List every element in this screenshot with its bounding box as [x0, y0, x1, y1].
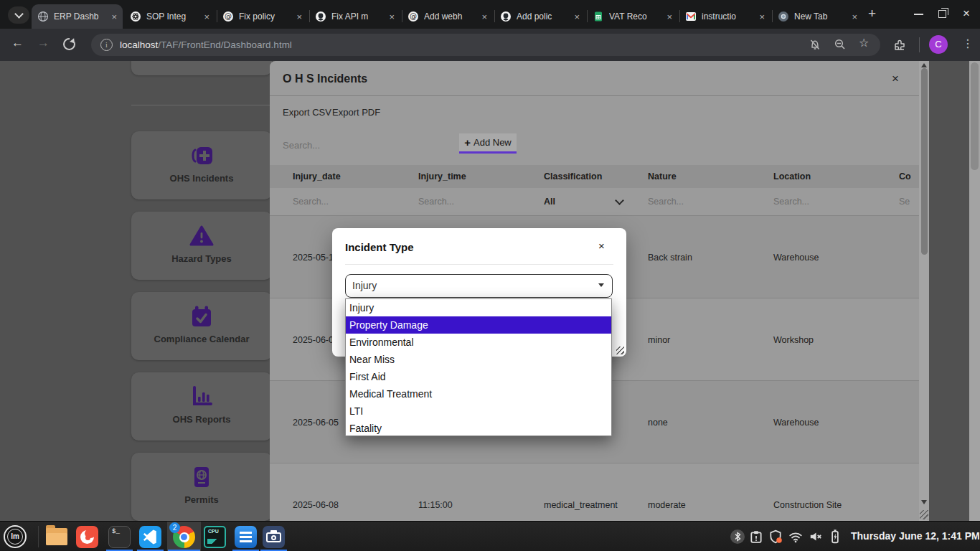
modal-scrollbar[interactable] [919, 61, 929, 521]
filter-input[interactable]: Search... [418, 188, 454, 215]
tab-close-icon[interactable]: × [574, 11, 580, 22]
card-hazard-types[interactable]: Hazard Types [131, 212, 272, 280]
dropdown-option[interactable]: Injury [346, 299, 611, 316]
tab-add-policy[interactable]: Add polic × [494, 4, 585, 29]
page-scrollbar-thumb[interactable] [971, 62, 979, 170]
add-new-button[interactable]: + Add New [459, 133, 517, 154]
profile-avatar[interactable]: C [929, 35, 948, 54]
tab-close-icon[interactable]: × [852, 11, 857, 22]
system-monitor-app-icon[interactable]: CPU [204, 526, 226, 548]
tab-fix-api[interactable]: Fix API m × [309, 4, 400, 29]
table-row[interactable]: 2025-06-08 11:15:00 medical_treatment mo… [270, 463, 919, 521]
tab-divider [402, 10, 402, 22]
incident-type-select[interactable]: Injury [345, 274, 613, 298]
tab-fix-policy[interactable]: @ Fix policy × [217, 4, 308, 29]
filter-select[interactable]: All [544, 188, 555, 215]
modal-close-icon[interactable]: × [892, 72, 899, 86]
tab-label: SOP Integ [146, 11, 201, 22]
mint-menu-button[interactable]: lm [4, 525, 27, 548]
tab-erp-dashboard[interactable]: ERP Dashb × [32, 4, 123, 29]
address-bar[interactable]: i localhost/TAF/FrontEnd/Dashboard.html … [91, 34, 880, 56]
scrollbar-thumb[interactable] [921, 68, 928, 255]
tab-search-button[interactable] [8, 6, 29, 24]
tab-sop-integration[interactable]: SOP Integ × [124, 4, 215, 29]
scroll-up-arrow[interactable] [921, 63, 927, 67]
tab-add-webhook[interactable]: @ Add webh × [402, 4, 493, 29]
filter-input[interactable]: Search... [648, 188, 684, 215]
modal-close-icon[interactable]: × [598, 240, 605, 252]
tab-close-icon[interactable]: × [759, 11, 765, 22]
site-info-icon[interactable]: i [100, 39, 113, 51]
modal-resize-grip[interactable] [920, 510, 928, 519]
column-header[interactable]: Injury_date [293, 165, 341, 188]
extensions-puzzle-icon[interactable] [892, 38, 907, 52]
tab-close-icon[interactable]: × [666, 11, 672, 22]
clipboard-icon[interactable] [749, 529, 763, 544]
text-editor-app-icon[interactable] [235, 526, 257, 548]
modal-resize-grip[interactable] [616, 347, 624, 354]
column-header[interactable]: Location [773, 165, 811, 188]
column-header[interactable]: Nature [648, 165, 677, 188]
tab-new-tab[interactable]: New Tab × [772, 4, 863, 29]
cell-location: Warehouse [773, 381, 819, 463]
dropdown-option[interactable]: Medical Treatment [346, 385, 611, 402]
export-csv-link[interactable]: Export CSV [283, 107, 331, 118]
bluetooth-icon[interactable] [730, 529, 745, 544]
zoom-out-icon[interactable] [834, 38, 847, 51]
page-scrollbar[interactable] [969, 61, 980, 521]
column-header[interactable]: Co [899, 165, 911, 188]
card-ohs-reports[interactable]: OHS Reports [131, 372, 272, 441]
tab-close-icon[interactable]: × [296, 11, 302, 22]
cell-location: Construction Site [773, 463, 842, 521]
new-tab-button[interactable]: + [868, 6, 876, 22]
dropdown-option-highlighted[interactable]: Property Damage [346, 316, 611, 334]
firefox-app-icon[interactable] [76, 526, 98, 548]
wifi-icon[interactable] [788, 530, 803, 543]
back-button[interactable]: ← [11, 36, 24, 50]
card-compliance-calendar[interactable]: Compliance Calendar [131, 292, 272, 360]
export-pdf-link[interactable]: Export PDF [332, 107, 380, 118]
filter-input[interactable]: Se [899, 188, 910, 215]
battery-charging-icon[interactable] [828, 529, 842, 545]
chevron-down-icon[interactable] [615, 196, 624, 205]
terminal-app-icon[interactable]: $_ [108, 526, 131, 548]
card-ohs-incidents[interactable]: OHS Incidents [131, 131, 272, 199]
notifications-blocked-icon[interactable] [809, 38, 821, 51]
card-permits[interactable]: Permits [131, 453, 272, 521]
table-search-input[interactable]: Search... [283, 140, 320, 151]
tab-label: New Tab [794, 11, 849, 22]
dropdown-option[interactable]: Environmental [346, 334, 611, 351]
scroll-down-arrow[interactable] [921, 500, 927, 504]
taskbar-clock[interactable]: Thursday June 12, 1:41 PM [851, 530, 980, 542]
taskbar: lm $_ 2 CPU [0, 521, 980, 551]
files-app-icon[interactable] [46, 528, 67, 545]
column-header[interactable]: Classification [544, 165, 602, 188]
page-content: OHS Incidents Hazard Types Compliance Ca… [0, 61, 980, 521]
browser-menu-kebab-icon[interactable]: ⋮ [962, 37, 974, 50]
chrome-center-blue [181, 534, 187, 540]
reload-button[interactable] [63, 38, 74, 49]
screenshot-app-icon[interactable] [263, 526, 285, 548]
tab-close-icon[interactable]: × [389, 11, 395, 22]
tab-vat-recon[interactable]: VAT Reco × [587, 4, 678, 29]
column-header[interactable]: Injury_time [418, 165, 466, 188]
dropdown-option[interactable]: LTI [346, 402, 611, 420]
tab-close-icon[interactable]: × [111, 11, 117, 22]
dropdown-option[interactable]: Fatality [346, 420, 611, 437]
dropdown-option[interactable]: Near Miss [346, 351, 611, 368]
card-label: Hazard Types [131, 253, 272, 264]
window-minimize-button[interactable] [914, 14, 923, 15]
forward-button[interactable]: → [37, 36, 50, 50]
volume-muted-icon[interactable] [809, 530, 823, 543]
tab-instructions[interactable]: instructio × [679, 4, 771, 29]
update-shield-icon[interactable] [768, 529, 783, 544]
tab-close-icon[interactable]: × [481, 11, 487, 22]
window-close-button[interactable]: × [963, 6, 970, 21]
bookmark-star-icon[interactable]: ☆ [859, 36, 869, 50]
tab-close-icon[interactable]: × [204, 11, 209, 22]
filter-input[interactable]: Search... [773, 188, 809, 215]
dropdown-option[interactable]: First Aid [346, 368, 611, 385]
vscode-app-icon[interactable] [139, 526, 161, 548]
card-label: Permits [131, 494, 272, 505]
filter-input[interactable]: Search... [293, 188, 329, 215]
